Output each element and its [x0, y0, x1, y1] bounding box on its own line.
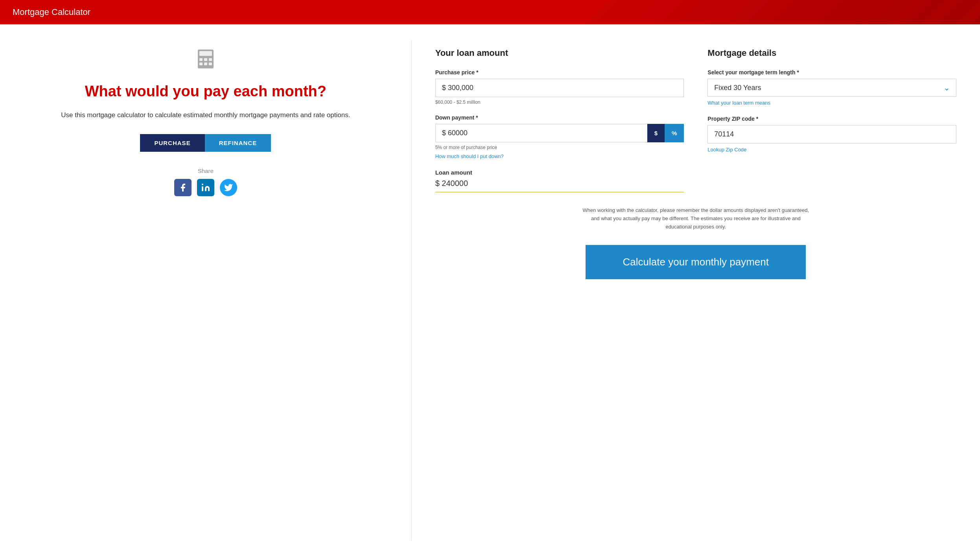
lookup-zip-link[interactable]: Lookup Zip Code	[707, 147, 746, 153]
down-payment-input[interactable]	[435, 124, 647, 142]
term-length-select[interactable]: Fixed 30 Years Fixed 20 Years Fixed 15 Y…	[707, 79, 956, 97]
dollar-toggle-btn[interactable]: $	[647, 124, 665, 142]
loan-amount-title: Your loan amount	[435, 48, 684, 58]
zip-code-input[interactable]	[707, 125, 956, 144]
purchase-price-label: Purchase price *	[435, 69, 684, 75]
term-length-label: Select your mortgage term length *	[707, 69, 956, 75]
purchase-price-input[interactable]	[435, 79, 684, 97]
down-payment-input-row: $ %	[435, 124, 684, 142]
page-title: Mortgage Calculator	[13, 7, 90, 17]
tab-buttons: PURCHASE REFINANCE	[140, 134, 271, 152]
svg-rect-5	[199, 63, 203, 65]
svg-rect-4	[209, 58, 212, 61]
main-container: What would you pay each month? Use this …	[0, 24, 980, 556]
svg-rect-1	[199, 51, 212, 56]
right-panel: Your loan amount Purchase price * $60,00…	[412, 40, 980, 540]
zip-code-group: Property ZIP code * Lookup Zip Code	[707, 116, 956, 153]
purchase-price-group: Purchase price * $60,000 - $2.5 million	[435, 69, 684, 105]
svg-rect-7	[209, 63, 212, 65]
social-icons	[174, 179, 237, 196]
term-length-select-wrapper: Fixed 30 Years Fixed 20 Years Fixed 15 Y…	[707, 79, 956, 97]
share-section: Share	[174, 168, 237, 196]
facebook-icon[interactable]	[174, 179, 192, 196]
disclaimer-text: When working with the calculator, please…	[578, 206, 814, 231]
loan-term-link[interactable]: What your loan term means	[707, 100, 770, 106]
loan-amount-value: $ 240000	[435, 179, 684, 192]
down-payment-label: Down payment *	[435, 114, 684, 121]
right-columns: Your loan amount Purchase price * $60,00…	[435, 48, 956, 192]
svg-rect-8	[202, 186, 203, 191]
linkedin-icon[interactable]	[197, 179, 214, 196]
hero-text: What would you pay each month?	[85, 83, 326, 101]
svg-rect-3	[204, 58, 207, 61]
calculator-icon	[195, 48, 217, 75]
refinance-tab[interactable]: REFINANCE	[205, 134, 271, 152]
sub-text: Use this mortgage calculator to calculat…	[61, 110, 350, 120]
left-panel: What would you pay each month? Use this …	[0, 40, 412, 540]
loan-amount-column: Your loan amount Purchase price * $60,00…	[435, 48, 684, 192]
share-label: Share	[174, 168, 237, 174]
term-length-group: Select your mortgage term length * Fixed…	[707, 69, 956, 106]
purchase-tab[interactable]: PURCHASE	[140, 134, 204, 152]
loan-amount-label: Loan amount	[435, 169, 684, 176]
mortgage-details-title: Mortgage details	[707, 48, 956, 58]
purchase-price-hint: $60,000 - $2.5 million	[435, 99, 684, 105]
down-payment-hint: 5% or more of purchase price	[435, 145, 684, 150]
twitter-icon[interactable]	[220, 179, 237, 196]
zip-code-label: Property ZIP code *	[707, 116, 956, 122]
down-payment-group: Down payment * $ % 5% or more of purchas…	[435, 114, 684, 160]
percent-toggle-btn[interactable]: %	[665, 124, 684, 142]
mortgage-details-column: Mortgage details Select your mortgage te…	[707, 48, 956, 192]
calculate-button[interactable]: Calculate your monthly payment	[586, 245, 806, 279]
loan-amount-display: Loan amount $ 240000	[435, 169, 684, 192]
svg-point-9	[202, 184, 203, 185]
svg-rect-2	[199, 58, 203, 61]
svg-rect-6	[204, 63, 207, 65]
down-payment-link[interactable]: How much should I put down?	[435, 153, 504, 159]
page-header: Mortgage Calculator	[0, 0, 980, 24]
